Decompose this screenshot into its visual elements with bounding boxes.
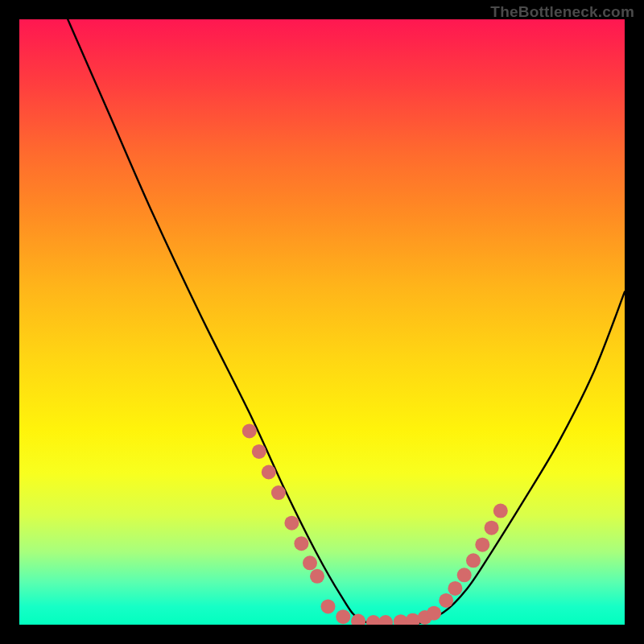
- marker-dot: [321, 599, 336, 613]
- marker-dot: [252, 444, 266, 459]
- marker-dot: [242, 423, 257, 438]
- marker-dot: [262, 465, 276, 480]
- marker-dot: [351, 614, 365, 625]
- marker-dot: [303, 555, 317, 570]
- plot-area: [19, 19, 625, 625]
- chart-svg: [19, 19, 625, 625]
- marker-dot: [475, 538, 489, 552]
- curve-path: [68, 19, 625, 625]
- marker-dot: [284, 516, 299, 530]
- marker-dot: [336, 609, 350, 624]
- marker-dot: [378, 615, 393, 625]
- marker-dot: [457, 568, 472, 582]
- marker-dot: [448, 581, 462, 596]
- marker-dot: [466, 553, 481, 568]
- marker-dot: [439, 593, 453, 608]
- marker-dot: [427, 606, 441, 621]
- marker-dot: [485, 521, 499, 535]
- curve-layer: [68, 19, 625, 625]
- watermark-text: TheBottleneck.com: [490, 3, 634, 21]
- marker-dot: [310, 569, 324, 584]
- chart-frame: TheBottleneck.com: [0, 0, 644, 644]
- marker-dot: [271, 485, 286, 500]
- marker-dot: [493, 504, 508, 518]
- marker-dot: [294, 536, 308, 551]
- dots-layer: [242, 423, 508, 625]
